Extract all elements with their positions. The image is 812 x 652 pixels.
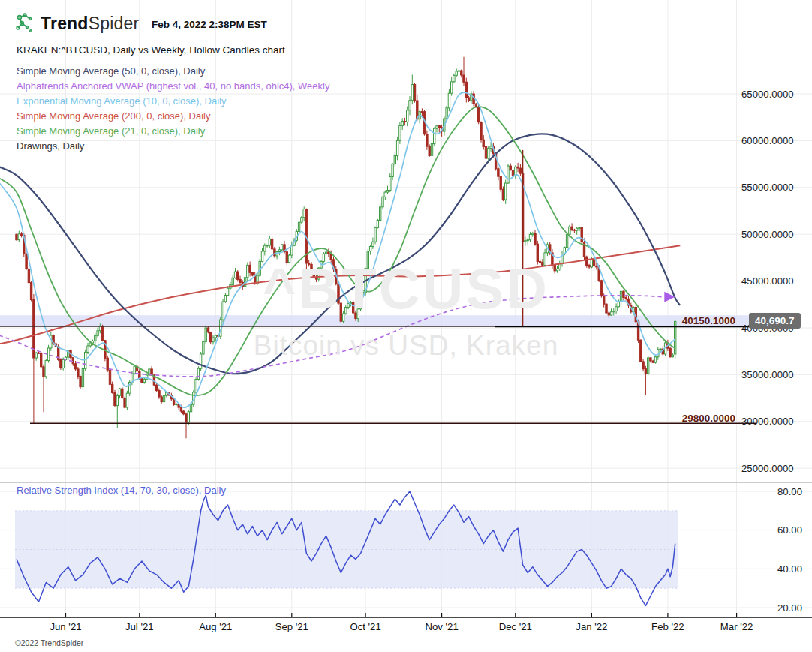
x-axis-label: Sep '21 xyxy=(275,621,308,632)
candle-body xyxy=(534,233,536,244)
price-axis-label: 35000.0000 xyxy=(741,369,794,380)
x-axis-label: Jan '22 xyxy=(576,621,607,632)
candle-body xyxy=(281,245,283,250)
x-axis-label: Mar '22 xyxy=(720,621,753,632)
copyright-text: ©2022 TrendSpider xyxy=(15,638,83,647)
resistance-level-label: 40150.1000 xyxy=(682,315,735,326)
candle-body xyxy=(134,366,135,374)
candle-body xyxy=(74,364,76,369)
candle-body xyxy=(374,227,376,242)
candle-body xyxy=(465,82,467,98)
candle-body xyxy=(645,369,646,374)
candle-body xyxy=(264,245,266,251)
rsi-axis-label: 60.00 xyxy=(777,524,802,536)
candle-body xyxy=(392,164,393,177)
candle-body xyxy=(421,112,423,113)
candle-body xyxy=(271,239,272,248)
candle-body xyxy=(573,230,575,230)
candle-body xyxy=(190,404,191,412)
candle-body xyxy=(45,361,47,377)
candle-body xyxy=(394,156,395,164)
candle-body xyxy=(266,245,268,246)
price-axis-label: 60000.0000 xyxy=(741,135,794,146)
candle-body xyxy=(480,122,482,140)
candle-body xyxy=(161,397,162,402)
watermark-description: Bitcoin vs USD, Kraken xyxy=(0,330,812,362)
candle-body xyxy=(369,247,371,251)
legend-item[interactable]: Simple Moving Average (50, 0, close), Da… xyxy=(17,64,329,79)
watermark-symbol: ^BTCUSD xyxy=(0,256,812,321)
candle-body xyxy=(581,228,582,242)
price-axis-label: 55000.0000 xyxy=(741,182,794,193)
legend-item[interactable]: Alphatrends Anchored VWAP (highest vol.,… xyxy=(17,79,329,94)
candle-body xyxy=(377,221,378,228)
logo-spider: Spider xyxy=(89,14,140,33)
candle-body xyxy=(431,144,432,156)
candle-body xyxy=(532,233,534,234)
rsi-axis-label: 20.00 xyxy=(777,602,802,614)
candle-body xyxy=(446,108,447,119)
candle-body xyxy=(278,250,280,252)
trendspider-logo-icon xyxy=(15,12,36,35)
candle-body xyxy=(16,234,17,239)
candle-body xyxy=(384,192,386,197)
candle-body xyxy=(114,392,116,405)
support-level-label: 29800.0000 xyxy=(682,413,735,424)
candle-body xyxy=(188,412,189,422)
rsi-legend-label[interactable]: Relative Strength Index (14, 70, 30, clo… xyxy=(17,485,226,496)
candle-body xyxy=(141,379,143,383)
candle-body xyxy=(20,234,22,236)
x-axis-label: Feb '22 xyxy=(651,621,684,632)
chart-timestamp: Feb 4, 2022 2:38PM EST xyxy=(152,19,267,30)
candle-body xyxy=(478,107,480,122)
candle-body xyxy=(122,389,123,398)
candle-body xyxy=(401,122,403,126)
candle-body xyxy=(180,407,182,411)
legend-item[interactable]: Exponential Moving Average (10, 0, close… xyxy=(17,94,329,109)
price-axis-label: 30000.0000 xyxy=(741,416,794,427)
candle-body xyxy=(298,222,299,231)
candle-body xyxy=(389,177,391,191)
candle-body xyxy=(490,146,492,149)
candle-body xyxy=(126,393,128,407)
candle-body xyxy=(512,170,513,176)
x-axis-label: Oct '21 xyxy=(350,621,380,632)
candle-body xyxy=(301,218,302,223)
x-axis-label: Jun '21 xyxy=(50,621,81,632)
candle-body xyxy=(529,234,531,239)
legend-item[interactable]: Drawings, Daily xyxy=(17,139,329,154)
candle-body xyxy=(453,75,455,81)
chart-title: KRAKEN:^BTCUSD, Daily vs Weekly, Hollow … xyxy=(17,44,285,56)
candle-body xyxy=(426,134,428,146)
candle-body xyxy=(109,370,110,384)
candle-body xyxy=(328,252,329,254)
candle-body xyxy=(163,395,164,401)
candle-body xyxy=(525,241,526,242)
candle-body xyxy=(438,126,440,128)
candle-body xyxy=(500,176,501,189)
candle-body xyxy=(195,380,197,392)
candle-body xyxy=(458,71,459,71)
candle-body xyxy=(82,369,83,387)
candle-body xyxy=(18,234,20,240)
logo-wordmark: TrendSpider xyxy=(41,14,139,34)
trendspider-logo: TrendSpider xyxy=(15,12,139,35)
candle-body xyxy=(399,125,401,140)
candle-body xyxy=(407,110,408,122)
price-axis-label: 65000.0000 xyxy=(741,89,794,100)
candle-body xyxy=(409,101,411,110)
candle-body xyxy=(527,240,528,241)
candle-body xyxy=(183,411,185,414)
candle-body xyxy=(468,98,469,101)
candle-body xyxy=(505,183,507,200)
candle-body xyxy=(80,377,81,387)
candle-body xyxy=(456,71,457,75)
candle-body xyxy=(303,209,305,218)
candle-body xyxy=(576,228,578,230)
candle-body xyxy=(269,239,270,245)
legend-item[interactable]: Simple Moving Average (21, 0, close), Da… xyxy=(17,124,329,139)
legend-item[interactable]: Simple Moving Average (200, 0, close), D… xyxy=(17,109,329,124)
candle-body xyxy=(325,252,326,254)
price-axis-label: 25000.0000 xyxy=(741,463,794,474)
candle-body xyxy=(451,82,453,93)
